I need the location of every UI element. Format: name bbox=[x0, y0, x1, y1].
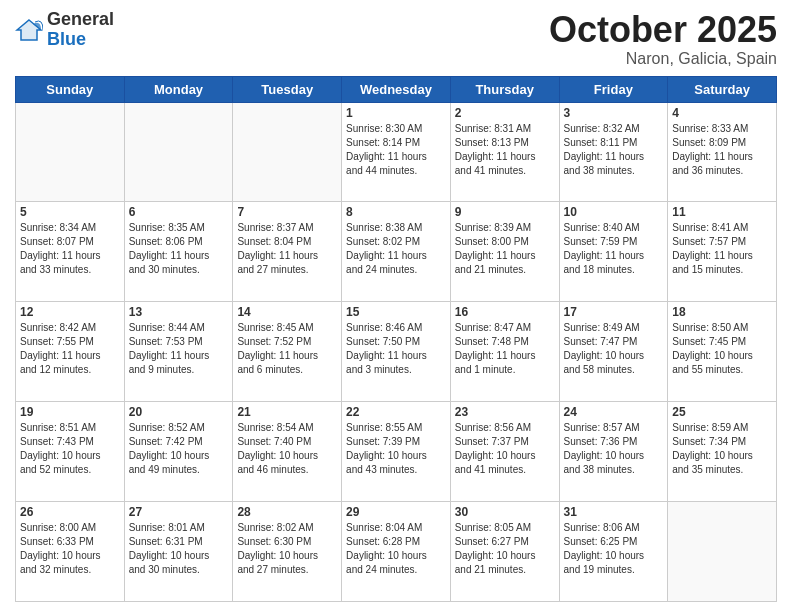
calendar-header-row: Sunday Monday Tuesday Wednesday Thursday… bbox=[16, 76, 777, 102]
day-number: 25 bbox=[672, 405, 772, 419]
day-info: Sunrise: 8:47 AM Sunset: 7:48 PM Dayligh… bbox=[455, 321, 555, 377]
calendar-table: Sunday Monday Tuesday Wednesday Thursday… bbox=[15, 76, 777, 602]
day-info: Sunrise: 8:57 AM Sunset: 7:36 PM Dayligh… bbox=[564, 421, 664, 477]
day-info: Sunrise: 8:06 AM Sunset: 6:25 PM Dayligh… bbox=[564, 521, 664, 577]
table-row: 23Sunrise: 8:56 AM Sunset: 7:37 PM Dayli… bbox=[450, 402, 559, 502]
header-saturday: Saturday bbox=[668, 76, 777, 102]
day-number: 20 bbox=[129, 405, 229, 419]
header-friday: Friday bbox=[559, 76, 668, 102]
day-info: Sunrise: 8:00 AM Sunset: 6:33 PM Dayligh… bbox=[20, 521, 120, 577]
calendar-location: Naron, Galicia, Spain bbox=[549, 50, 777, 68]
calendar-title: October 2025 bbox=[549, 10, 777, 50]
logo-icon bbox=[15, 16, 43, 44]
day-info: Sunrise: 8:40 AM Sunset: 7:59 PM Dayligh… bbox=[564, 221, 664, 277]
table-row bbox=[233, 102, 342, 202]
table-row: 4Sunrise: 8:33 AM Sunset: 8:09 PM Daylig… bbox=[668, 102, 777, 202]
day-number: 5 bbox=[20, 205, 120, 219]
day-info: Sunrise: 8:30 AM Sunset: 8:14 PM Dayligh… bbox=[346, 122, 446, 178]
header-sunday: Sunday bbox=[16, 76, 125, 102]
table-row: 11Sunrise: 8:41 AM Sunset: 7:57 PM Dayli… bbox=[668, 202, 777, 302]
table-row: 15Sunrise: 8:46 AM Sunset: 7:50 PM Dayli… bbox=[342, 302, 451, 402]
day-info: Sunrise: 8:51 AM Sunset: 7:43 PM Dayligh… bbox=[20, 421, 120, 477]
day-number: 6 bbox=[129, 205, 229, 219]
header-thursday: Thursday bbox=[450, 76, 559, 102]
table-row: 12Sunrise: 8:42 AM Sunset: 7:55 PM Dayli… bbox=[16, 302, 125, 402]
day-number: 23 bbox=[455, 405, 555, 419]
table-row: 26Sunrise: 8:00 AM Sunset: 6:33 PM Dayli… bbox=[16, 502, 125, 602]
calendar-week-row: 1Sunrise: 8:30 AM Sunset: 8:14 PM Daylig… bbox=[16, 102, 777, 202]
table-row: 24Sunrise: 8:57 AM Sunset: 7:36 PM Dayli… bbox=[559, 402, 668, 502]
table-row: 8Sunrise: 8:38 AM Sunset: 8:02 PM Daylig… bbox=[342, 202, 451, 302]
day-info: Sunrise: 8:33 AM Sunset: 8:09 PM Dayligh… bbox=[672, 122, 772, 178]
day-number: 26 bbox=[20, 505, 120, 519]
day-number: 1 bbox=[346, 106, 446, 120]
day-info: Sunrise: 8:49 AM Sunset: 7:47 PM Dayligh… bbox=[564, 321, 664, 377]
table-row: 25Sunrise: 8:59 AM Sunset: 7:34 PM Dayli… bbox=[668, 402, 777, 502]
table-row: 28Sunrise: 8:02 AM Sunset: 6:30 PM Dayli… bbox=[233, 502, 342, 602]
day-number: 22 bbox=[346, 405, 446, 419]
day-number: 21 bbox=[237, 405, 337, 419]
table-row: 14Sunrise: 8:45 AM Sunset: 7:52 PM Dayli… bbox=[233, 302, 342, 402]
logo-general-text: General bbox=[47, 10, 114, 30]
table-row: 7Sunrise: 8:37 AM Sunset: 8:04 PM Daylig… bbox=[233, 202, 342, 302]
day-info: Sunrise: 8:04 AM Sunset: 6:28 PM Dayligh… bbox=[346, 521, 446, 577]
day-info: Sunrise: 8:54 AM Sunset: 7:40 PM Dayligh… bbox=[237, 421, 337, 477]
table-row: 19Sunrise: 8:51 AM Sunset: 7:43 PM Dayli… bbox=[16, 402, 125, 502]
header-wednesday: Wednesday bbox=[342, 76, 451, 102]
calendar-week-row: 5Sunrise: 8:34 AM Sunset: 8:07 PM Daylig… bbox=[16, 202, 777, 302]
table-row: 30Sunrise: 8:05 AM Sunset: 6:27 PM Dayli… bbox=[450, 502, 559, 602]
table-row: 18Sunrise: 8:50 AM Sunset: 7:45 PM Dayli… bbox=[668, 302, 777, 402]
day-info: Sunrise: 8:52 AM Sunset: 7:42 PM Dayligh… bbox=[129, 421, 229, 477]
day-number: 7 bbox=[237, 205, 337, 219]
table-row: 16Sunrise: 8:47 AM Sunset: 7:48 PM Dayli… bbox=[450, 302, 559, 402]
day-number: 8 bbox=[346, 205, 446, 219]
table-row bbox=[668, 502, 777, 602]
day-number: 15 bbox=[346, 305, 446, 319]
table-row: 31Sunrise: 8:06 AM Sunset: 6:25 PM Dayli… bbox=[559, 502, 668, 602]
day-info: Sunrise: 8:34 AM Sunset: 8:07 PM Dayligh… bbox=[20, 221, 120, 277]
day-number: 27 bbox=[129, 505, 229, 519]
day-info: Sunrise: 8:35 AM Sunset: 8:06 PM Dayligh… bbox=[129, 221, 229, 277]
day-info: Sunrise: 8:39 AM Sunset: 8:00 PM Dayligh… bbox=[455, 221, 555, 277]
calendar-week-row: 26Sunrise: 8:00 AM Sunset: 6:33 PM Dayli… bbox=[16, 502, 777, 602]
day-number: 14 bbox=[237, 305, 337, 319]
day-number: 31 bbox=[564, 505, 664, 519]
header-tuesday: Tuesday bbox=[233, 76, 342, 102]
day-info: Sunrise: 8:38 AM Sunset: 8:02 PM Dayligh… bbox=[346, 221, 446, 277]
day-info: Sunrise: 8:01 AM Sunset: 6:31 PM Dayligh… bbox=[129, 521, 229, 577]
day-number: 2 bbox=[455, 106, 555, 120]
table-row: 13Sunrise: 8:44 AM Sunset: 7:53 PM Dayli… bbox=[124, 302, 233, 402]
table-row: 22Sunrise: 8:55 AM Sunset: 7:39 PM Dayli… bbox=[342, 402, 451, 502]
day-number: 13 bbox=[129, 305, 229, 319]
day-info: Sunrise: 8:41 AM Sunset: 7:57 PM Dayligh… bbox=[672, 221, 772, 277]
day-number: 12 bbox=[20, 305, 120, 319]
day-info: Sunrise: 8:59 AM Sunset: 7:34 PM Dayligh… bbox=[672, 421, 772, 477]
day-number: 29 bbox=[346, 505, 446, 519]
day-info: Sunrise: 8:32 AM Sunset: 8:11 PM Dayligh… bbox=[564, 122, 664, 178]
table-row: 6Sunrise: 8:35 AM Sunset: 8:06 PM Daylig… bbox=[124, 202, 233, 302]
day-info: Sunrise: 8:46 AM Sunset: 7:50 PM Dayligh… bbox=[346, 321, 446, 377]
logo: General Blue bbox=[15, 10, 114, 50]
day-number: 24 bbox=[564, 405, 664, 419]
day-info: Sunrise: 8:37 AM Sunset: 8:04 PM Dayligh… bbox=[237, 221, 337, 277]
table-row: 21Sunrise: 8:54 AM Sunset: 7:40 PM Dayli… bbox=[233, 402, 342, 502]
table-row: 29Sunrise: 8:04 AM Sunset: 6:28 PM Dayli… bbox=[342, 502, 451, 602]
table-row: 5Sunrise: 8:34 AM Sunset: 8:07 PM Daylig… bbox=[16, 202, 125, 302]
calendar-week-row: 12Sunrise: 8:42 AM Sunset: 7:55 PM Dayli… bbox=[16, 302, 777, 402]
header-monday: Monday bbox=[124, 76, 233, 102]
day-info: Sunrise: 8:56 AM Sunset: 7:37 PM Dayligh… bbox=[455, 421, 555, 477]
day-info: Sunrise: 8:42 AM Sunset: 7:55 PM Dayligh… bbox=[20, 321, 120, 377]
day-number: 19 bbox=[20, 405, 120, 419]
table-row: 3Sunrise: 8:32 AM Sunset: 8:11 PM Daylig… bbox=[559, 102, 668, 202]
day-number: 16 bbox=[455, 305, 555, 319]
day-number: 30 bbox=[455, 505, 555, 519]
day-number: 11 bbox=[672, 205, 772, 219]
table-row: 20Sunrise: 8:52 AM Sunset: 7:42 PM Dayli… bbox=[124, 402, 233, 502]
day-info: Sunrise: 8:31 AM Sunset: 8:13 PM Dayligh… bbox=[455, 122, 555, 178]
day-number: 17 bbox=[564, 305, 664, 319]
table-row: 10Sunrise: 8:40 AM Sunset: 7:59 PM Dayli… bbox=[559, 202, 668, 302]
table-row bbox=[16, 102, 125, 202]
table-row: 9Sunrise: 8:39 AM Sunset: 8:00 PM Daylig… bbox=[450, 202, 559, 302]
table-row: 27Sunrise: 8:01 AM Sunset: 6:31 PM Dayli… bbox=[124, 502, 233, 602]
day-number: 9 bbox=[455, 205, 555, 219]
